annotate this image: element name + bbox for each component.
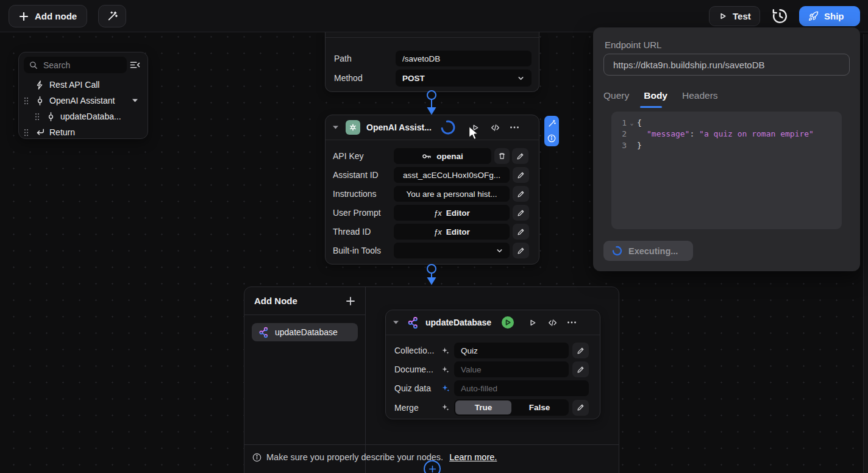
share-gradient-icon	[258, 327, 269, 338]
commit-node-icon	[35, 96, 45, 106]
merge-false-option[interactable]: False	[511, 400, 567, 414]
merge-toggle: True False	[454, 399, 569, 416]
collection-value[interactable]	[454, 346, 569, 355]
field-label: Collectio...	[394, 346, 441, 355]
palette-item-updatedatabase[interactable]: updateDataba...	[35, 110, 143, 123]
node-ai-toolbar[interactable]	[544, 116, 559, 146]
fx-icon: ƒx	[433, 208, 442, 218]
thread-id-editor-button[interactable]: ƒx Editor	[394, 224, 510, 240]
code-line[interactable]: 2 "message" : "a quiz on roman empire"	[617, 129, 842, 140]
executing-button[interactable]: Executing...	[603, 241, 693, 261]
field-label: Instructions	[333, 189, 394, 199]
tab-headers[interactable]: Headers	[682, 90, 718, 101]
mouse-cursor	[468, 126, 480, 141]
search-input-wrap	[24, 57, 127, 73]
collapse-caret-icon[interactable]	[333, 126, 338, 129]
pencil-icon	[577, 404, 585, 411]
fold-caret-icon[interactable]: ⌄	[627, 119, 637, 126]
drag-handle-icon[interactable]	[35, 113, 42, 121]
executing-label: Executing...	[628, 246, 678, 256]
drag-handle-icon[interactable]	[24, 129, 31, 137]
code-text: {	[637, 118, 642, 127]
code-view-button[interactable]	[490, 123, 500, 132]
info-icon[interactable]	[547, 134, 556, 143]
edit-field-button[interactable]	[513, 243, 529, 258]
edit-field-button[interactable]	[572, 400, 589, 416]
sparkle-icon[interactable]	[441, 403, 454, 412]
more-options-button[interactable]	[567, 318, 577, 327]
field-row-user-prompt: User Prompt ƒx Editor	[333, 205, 532, 221]
code-view-button[interactable]	[547, 318, 558, 327]
insert-node-button[interactable]	[424, 460, 441, 473]
run-success-icon[interactable]	[501, 316, 514, 329]
built-in-tools-select[interactable]	[394, 243, 510, 258]
instructions-field[interactable]: You are a personal hist...	[394, 186, 510, 202]
edit-field-button[interactable]	[512, 148, 528, 164]
palette-item-rest-api-call[interactable]: Rest API Call	[24, 79, 143, 91]
test-request-panel: Endpoint URL Query Body Headers 1 ⌄ { 2 …	[593, 27, 860, 271]
learn-more-link[interactable]: Learn more.	[449, 452, 497, 462]
field-row-collection: Collectio...	[394, 343, 591, 358]
body-json-editor[interactable]: 1 ⌄ { 2 "message" : "a quiz on roman emp…	[611, 112, 842, 229]
path-value[interactable]	[396, 54, 532, 63]
drag-handle-icon[interactable]	[24, 97, 31, 105]
assistant-id-field[interactable]: asst_acECoLHoxI0sOFg...	[394, 167, 510, 183]
collapsed-side-panel-edge[interactable]	[863, 34, 868, 473]
history-clock-icon	[771, 7, 789, 25]
edit-field-button[interactable]	[572, 361, 589, 377]
collapse-panel-button[interactable]	[127, 60, 143, 70]
document-value[interactable]	[454, 365, 569, 374]
trash-icon	[498, 152, 506, 160]
palette-item-openai-assistant[interactable]: OpenAI Assistant	[24, 94, 143, 107]
tab-query[interactable]: Query	[603, 90, 629, 101]
document-input[interactable]	[454, 361, 569, 377]
edit-field-button[interactable]	[572, 343, 589, 358]
field-row-built-in-tools: Built-in Tools	[333, 243, 532, 258]
add-node-item-updatedatabase[interactable]: updateDatabase	[252, 323, 358, 341]
delete-key-button[interactable]	[494, 148, 510, 164]
tab-body[interactable]: Body	[644, 90, 667, 101]
key-icon	[422, 152, 432, 160]
endpoint-url-input[interactable]	[604, 60, 849, 70]
test-button[interactable]: Test	[709, 6, 760, 26]
fx-icon: ƒx	[433, 227, 442, 237]
rest-api-trigger-node[interactable]: Path Method POST	[325, 32, 539, 92]
edit-field-button[interactable]	[513, 186, 529, 202]
code-line[interactable]: 3 }	[617, 140, 842, 151]
api-key-chip[interactable]: openai	[394, 148, 491, 164]
collection-input[interactable]	[454, 343, 569, 358]
pencil-icon	[517, 209, 525, 217]
sparkle-icon-active[interactable]	[441, 383, 454, 393]
path-input[interactable]	[396, 51, 532, 66]
updatedatabase-node[interactable]: updateDatabase Collectio...	[385, 310, 600, 419]
more-options-button[interactable]	[510, 123, 519, 132]
code-line[interactable]: 1 ⌄ {	[617, 117, 842, 129]
palette-item-return[interactable]: Return	[24, 126, 143, 138]
collapse-caret-icon[interactable]	[393, 321, 399, 324]
add-node-plus-button[interactable]	[346, 296, 355, 306]
quiz-data-value[interactable]	[454, 384, 589, 393]
palette-item-label: Rest API Call	[49, 80, 99, 90]
history-button[interactable]	[771, 7, 789, 25]
edit-field-button[interactable]	[513, 205, 529, 221]
plus-icon	[429, 465, 436, 473]
openai-assistant-node[interactable]: OpenAI Assist... API Key openai	[325, 115, 539, 265]
magic-wand-button[interactable]	[98, 5, 126, 27]
method-select[interactable]: POST	[396, 69, 532, 87]
ship-button[interactable]: Ship	[799, 6, 860, 26]
sparkle-icon[interactable]	[441, 365, 454, 374]
search-input[interactable]	[42, 60, 112, 71]
merge-true-option[interactable]: True	[455, 400, 511, 414]
add-node-button[interactable]: Add node	[9, 5, 87, 27]
run-node-button[interactable]	[528, 318, 537, 327]
sparkle-icon[interactable]	[441, 346, 454, 355]
api-key-value: openai	[436, 152, 463, 161]
caret-down-icon[interactable]	[132, 99, 138, 102]
field-label: Merge	[394, 403, 441, 413]
wand-sparkles-icon[interactable]	[548, 119, 556, 127]
active-tab-underline	[640, 106, 662, 108]
edit-field-button[interactable]	[513, 167, 529, 183]
user-prompt-editor-button[interactable]: ƒx Editor	[394, 205, 510, 221]
edit-field-button[interactable]	[513, 224, 529, 240]
quiz-data-input[interactable]	[454, 380, 589, 396]
